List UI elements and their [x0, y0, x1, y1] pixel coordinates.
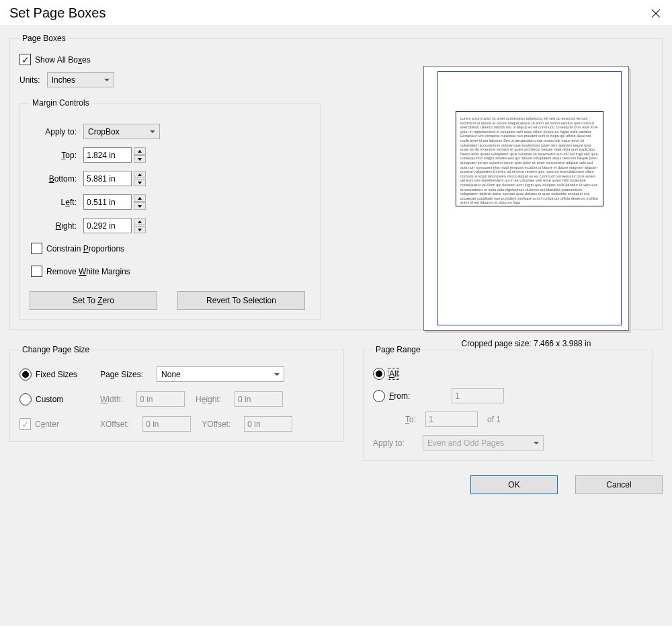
units-label: Units: [19, 75, 40, 85]
top-input[interactable] [83, 147, 132, 163]
remove-white-margins-checkbox[interactable]: Remove White Margins [31, 266, 130, 277]
remove-white-margins-label: Remove White Margins [46, 267, 130, 276]
radio-icon [19, 393, 32, 405]
preview-caption: Cropped page size: 7.466 x 3.988 in [412, 339, 640, 348]
page-sizes-select[interactable]: None [157, 366, 284, 382]
checkbox-icon [31, 266, 42, 277]
xoffset-input [142, 416, 191, 432]
page-range-all-label: All [389, 369, 398, 379]
revert-to-selection-button[interactable]: Revert To Selection [177, 291, 305, 310]
yoffset-label: YOffset: [202, 420, 230, 429]
width-label: Width: [100, 395, 123, 404]
bottom-spin-up[interactable] [134, 171, 146, 178]
apply-to-label: Apply to: [30, 127, 77, 136]
constrain-proportions-checkbox[interactable]: Constrain Proportions [31, 243, 124, 254]
right-label: Right: [30, 221, 77, 231]
checkmark-icon [19, 54, 31, 65]
top-spin-down[interactable] [134, 155, 146, 163]
chevron-up-icon [138, 221, 142, 223]
right-spin-up[interactable] [134, 218, 146, 225]
change-page-size-legend: Change Page Size [19, 345, 92, 354]
page-range-apply-to-label: Apply to: [373, 438, 413, 448]
radio-selected-icon [373, 368, 385, 380]
radio-selected-icon [19, 368, 32, 381]
width-input [136, 391, 185, 407]
chevron-down-icon [138, 205, 142, 208]
from-input [452, 388, 504, 403]
chevron-up-icon [138, 173, 142, 176]
show-all-boxes-checkbox[interactable]: Show All Boxes [19, 54, 91, 65]
left-input[interactable] [83, 194, 132, 210]
margin-controls-group: Margin Controls Apply to: CropBox Top: [19, 98, 321, 320]
left-spin-down[interactable] [134, 202, 146, 210]
chevron-down-icon [138, 182, 142, 184]
bottom-label: Bottom: [30, 174, 77, 184]
top-label: Top: [30, 151, 77, 160]
xoffset-label: XOffset: [100, 420, 129, 429]
cancel-button[interactable]: Cancel [575, 475, 663, 494]
change-page-size-group: Change Page Size Fixed Sizes Page Sizes:… [9, 345, 344, 442]
left-label: Left: [30, 198, 77, 207]
center-checkbox: Center [19, 418, 100, 430]
apply-to-select[interactable]: CropBox [83, 124, 160, 139]
page-range-group: Page Range All From: To: [363, 345, 653, 461]
custom-label: Custom [36, 395, 63, 404]
height-label: Height: [196, 395, 221, 404]
units-select[interactable]: Inches [47, 72, 114, 87]
close-icon[interactable] [649, 7, 663, 20]
checkbox-icon [31, 243, 42, 254]
to-label: To: [380, 415, 416, 424]
fixed-sizes-label: Fixed Sizes [36, 370, 77, 379]
of-label: of 1 [487, 415, 501, 424]
page-range-from-label: From: [389, 391, 410, 401]
page-sizes-label: Page Sizes: [100, 370, 143, 379]
constrain-proportions-label: Constrain Proportions [46, 244, 124, 253]
margin-controls-legend: Margin Controls [30, 98, 92, 108]
chevron-down-icon [138, 229, 142, 231]
fixed-sizes-radio[interactable]: Fixed Sizes [19, 368, 100, 381]
bottom-spin-down[interactable] [134, 179, 146, 186]
checkmark-icon [19, 418, 31, 430]
radio-icon [373, 390, 385, 402]
yoffset-input [244, 416, 292, 432]
page-range-apply-to-select: Even and Odd Pages [423, 435, 544, 450]
height-input [235, 391, 283, 407]
chevron-up-icon [138, 197, 142, 200]
set-to-zero-button[interactable]: Set To Zero [30, 291, 157, 310]
left-spin-up[interactable] [134, 194, 146, 202]
show-all-boxes-label: Show All Boxes [35, 55, 91, 65]
to-input [425, 411, 478, 427]
right-input[interactable] [83, 218, 132, 233]
top-spin-up[interactable] [134, 147, 146, 155]
dialog-title: Set Page Boxes [9, 5, 106, 21]
right-spin-down[interactable] [134, 226, 146, 233]
center-label: Center [35, 420, 59, 429]
ok-button[interactable]: OK [470, 475, 558, 494]
page-preview: Lorem ipsum dolor sit amet consectetur a… [412, 66, 640, 348]
page-range-all-radio[interactable]: All [373, 368, 398, 380]
page-boxes-legend: Page Boxes [19, 34, 69, 43]
page-boxes-group: Page Boxes Show All Boxes Units: Inches … [9, 34, 663, 330]
bottom-input[interactable] [83, 171, 132, 186]
chevron-down-icon [138, 158, 142, 161]
page-range-from-radio[interactable]: From: [373, 390, 410, 402]
custom-radio[interactable]: Custom [19, 393, 100, 405]
chevron-up-icon [138, 150, 142, 153]
